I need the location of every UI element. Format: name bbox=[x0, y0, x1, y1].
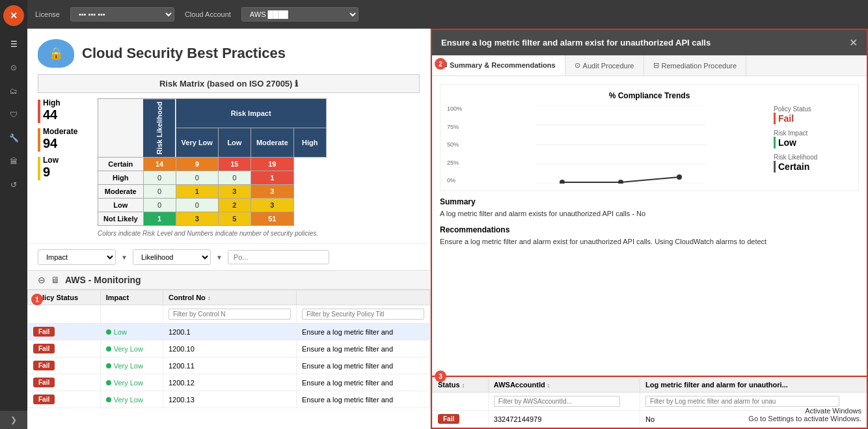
high-bar bbox=[38, 100, 40, 123]
remediation-tab-label: Remediation Procedure bbox=[662, 62, 737, 70]
remediation-tab-icon: ⊟ bbox=[653, 61, 659, 70]
app-logo[interactable]: ✕ bbox=[3, 5, 24, 26]
cloud-header: Cloud Security Best Practices bbox=[27, 29, 430, 74]
cell-certain-mod: 15 bbox=[218, 158, 251, 171]
filter-cell-status bbox=[28, 305, 101, 324]
row-impact: Low bbox=[100, 324, 163, 340]
cell-mod-mod: 3 bbox=[218, 185, 251, 199]
matrix-wrapper: Risk Likelihood Risk Impact Very Low Low… bbox=[98, 98, 420, 237]
recommendations-section: Recommendations Ensure a log metric filt… bbox=[440, 225, 859, 247]
cell-low-high: 3 bbox=[251, 199, 293, 212]
risk-impact-header: Risk Impact bbox=[176, 99, 326, 128]
panel-content: % Compliance Trends 100% 75% 50% 25% 0% bbox=[432, 76, 867, 376]
main-area: License ••• ••• ••• Cloud Account AWS ██… bbox=[27, 0, 868, 429]
table-row[interactable]: Fail Very Low 1200.13 Ensure a log metri… bbox=[28, 391, 430, 408]
matrix-row-notlikely: Not Likely 1 3 5 51 bbox=[98, 212, 327, 226]
col-moderate: Moderate bbox=[251, 128, 293, 158]
high-count: 44 bbox=[43, 107, 61, 122]
title-filter-input[interactable] bbox=[302, 309, 424, 320]
cell-nl-mod: 5 bbox=[218, 212, 251, 226]
shield-icon: 🛡 bbox=[10, 110, 18, 119]
filters-row: Impact ▼ Likelihood ▼ bbox=[27, 243, 430, 270]
likelihood-arrow: ▼ bbox=[216, 254, 223, 261]
cell-nl-vlow: 1 bbox=[143, 212, 176, 226]
policy-filter[interactable] bbox=[228, 250, 329, 264]
activate-line1: Activate Windows bbox=[748, 407, 861, 415]
tab-remediation[interactable]: ⊟ Remediation Procedure bbox=[644, 55, 747, 76]
sidebar-item-bank[interactable]: 🏛 bbox=[3, 151, 24, 172]
risk-level-moderate: Moderate 94 bbox=[38, 127, 90, 152]
row-control: 1200.1 bbox=[163, 324, 297, 340]
risk-level-high: High 44 bbox=[38, 98, 90, 123]
cell-certain-vlow: 14 bbox=[143, 158, 176, 171]
row-title: Ensure a log metric filter and bbox=[296, 374, 429, 391]
risk-section: Risk Matrix (based on ISO 27005) ℹ High … bbox=[27, 74, 430, 243]
cloud-account-label: Cloud Account bbox=[185, 10, 231, 18]
tab-audit[interactable]: ⊙ Audit Procedure bbox=[565, 55, 644, 76]
risk-impact-legend-label: Risk Impact bbox=[774, 130, 852, 137]
sidebar-item-refresh[interactable]: ↺ bbox=[3, 174, 24, 195]
briefcase-icon: 🗂 bbox=[10, 87, 18, 96]
row-control: 1200.13 bbox=[163, 391, 297, 408]
collapse-icon[interactable]: ⊖ bbox=[38, 275, 46, 285]
table-row[interactable]: Fail Very Low 1200.11 Ensure a log metri… bbox=[28, 357, 430, 374]
row-status: Fail bbox=[28, 324, 101, 340]
home-icon: ⊙ bbox=[10, 63, 17, 72]
activate-line2: Go to Settings to activate Windows. bbox=[748, 415, 861, 422]
sidebar-item-shield[interactable]: 🛡 bbox=[3, 104, 24, 125]
likelihood-header: Risk Likelihood bbox=[143, 99, 176, 158]
cloud-icon bbox=[38, 39, 74, 68]
recommendations-text: Ensure a log metric filter and alarm exi… bbox=[440, 237, 859, 247]
impact-filter[interactable]: Impact bbox=[38, 249, 116, 265]
license-select[interactable]: ••• ••• ••• bbox=[70, 7, 174, 21]
low-label: Low bbox=[43, 156, 59, 165]
risk-levels: High 44 Moderate 94 bbox=[38, 98, 90, 237]
account-filter-input[interactable] bbox=[494, 396, 621, 407]
sidebar-item-home[interactable]: ⊙ bbox=[3, 57, 24, 78]
control-filter-input[interactable] bbox=[169, 309, 291, 320]
col-log-metric: Log metric filter and alarm for unauthor… bbox=[640, 378, 867, 393]
col-policy-title bbox=[296, 290, 429, 305]
policy-table-container: 1 Policy Status Impact Control No ↕ bbox=[27, 290, 430, 408]
activate-windows-notice: Activate Windows Go to Settings to activ… bbox=[748, 407, 861, 422]
legend-risk-impact: Risk Impact Low bbox=[774, 130, 852, 148]
risk-low-text: Low 9 bbox=[43, 156, 59, 180]
likelihood-filter[interactable]: Likelihood bbox=[133, 249, 211, 265]
table-row[interactable]: Fail Low 1200.1 Ensure a log metric filt… bbox=[28, 324, 430, 340]
sidebar-item-briefcase[interactable]: 🗂 bbox=[3, 81, 24, 102]
close-button[interactable]: ✕ bbox=[849, 36, 858, 49]
audit-tab-label: Audit Procedure bbox=[583, 62, 634, 70]
sidebar-item-hamburger[interactable]: ☰ bbox=[3, 34, 24, 55]
risk-likelihood-legend-label: Risk Likelihood bbox=[774, 154, 852, 161]
matrix-row-moderate: Moderate 0 1 3 3 bbox=[98, 185, 327, 199]
moderate-label: Moderate bbox=[43, 127, 77, 136]
matrix-table: Risk Likelihood Risk Impact Very Low Low… bbox=[98, 98, 327, 226]
cell-certain-high: 19 bbox=[251, 158, 293, 171]
row-status: Fail bbox=[28, 357, 101, 374]
sidebar-item-tools[interactable]: 🔧 bbox=[3, 128, 24, 148]
row-impact: Very Low bbox=[100, 374, 163, 391]
top-bar: License ••• ••• ••• Cloud Account AWS ██… bbox=[27, 0, 868, 29]
table-row[interactable]: Fail Very Low 1200.12 Ensure a log metri… bbox=[28, 374, 430, 391]
y-75: 75% bbox=[447, 124, 468, 130]
risk-note: Colors indicate Risk Level and Numbers i… bbox=[98, 230, 420, 237]
tabs-container: 2 ⊞ Summary & Recommendations ⊙ Audit Pr… bbox=[432, 55, 867, 76]
chart-container: 11/18 11/19 11/20 bbox=[474, 105, 767, 184]
log-filter-input[interactable] bbox=[645, 396, 839, 407]
policy-status-legend-label: Policy Status bbox=[774, 105, 852, 113]
low-bar-legend bbox=[774, 137, 776, 148]
table-row[interactable]: Fail Very Low 1200.10 Ensure a log metri… bbox=[28, 340, 430, 357]
compliance-title: % Compliance Trends bbox=[447, 91, 852, 100]
filter-cell-impact bbox=[100, 305, 163, 324]
row-title: Ensure a log metric filter and bbox=[296, 357, 429, 374]
right-panel: Ensure a log metric filter and alarm exi… bbox=[431, 29, 868, 429]
step3-badge: 3 bbox=[435, 370, 446, 382]
tab-summary[interactable]: ⊞ Summary & Recommendations bbox=[432, 55, 565, 76]
cell-low-mod: 2 bbox=[218, 199, 251, 212]
cell-mod-low: 1 bbox=[176, 185, 218, 199]
y-100: 100% bbox=[447, 105, 468, 112]
content-split: Cloud Security Best Practices Risk Matri… bbox=[27, 29, 868, 429]
cloud-account-select[interactable]: AWS ████ bbox=[241, 7, 359, 21]
sidebar-expand-button[interactable]: ❯ bbox=[0, 411, 27, 429]
summary-text: A log metric filter and alarm exists for… bbox=[440, 209, 859, 219]
